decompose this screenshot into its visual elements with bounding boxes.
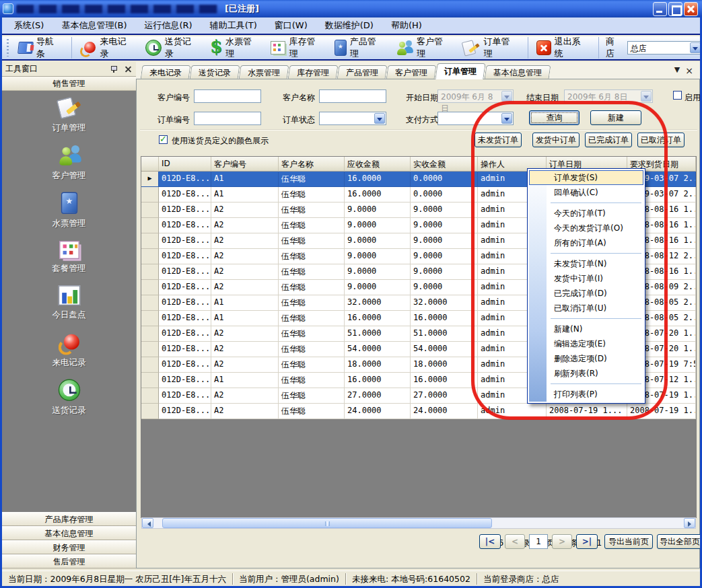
row-selector[interactable] bbox=[141, 342, 159, 357]
maximize-button[interactable] bbox=[668, 2, 682, 16]
tab-close-icon[interactable]: × bbox=[685, 65, 693, 76]
chevron-down-icon[interactable] bbox=[690, 42, 701, 53]
pin-icon[interactable] bbox=[110, 65, 118, 73]
table-row[interactable]: 012D-E8... A2 伍华聪 24.0000 24.0000 admin … bbox=[141, 404, 696, 419]
menubar-item[interactable]: 数据维护(D) bbox=[316, 17, 382, 34]
toolbar-button[interactable]: 送货记录 bbox=[140, 37, 205, 59]
toolbar-button[interactable]: 导航条 bbox=[13, 37, 72, 59]
row-selector[interactable] bbox=[141, 404, 159, 419]
tab[interactable]: 库存管理 bbox=[288, 65, 339, 79]
sidebar-section-bar[interactable]: 基本信息管理 bbox=[2, 526, 136, 540]
color-display-checkbox[interactable] bbox=[159, 135, 168, 144]
tab[interactable]: 产品管理 bbox=[337, 65, 388, 79]
sidebar-item[interactable]: 送货记录 bbox=[52, 385, 86, 416]
row-selector[interactable] bbox=[141, 326, 159, 342]
sidebar-section-bar[interactable]: 售后管理 bbox=[2, 554, 136, 568]
filter-completed-button[interactable]: 已完成订单 bbox=[585, 133, 632, 147]
context-menu-item[interactable]: 已取消订单(U) bbox=[529, 301, 643, 316]
chevron-down-icon[interactable] bbox=[501, 113, 512, 124]
row-selector[interactable] bbox=[141, 388, 159, 404]
tab[interactable]: 送货记录 bbox=[190, 65, 240, 79]
tab[interactable]: 客户管理 bbox=[386, 65, 437, 79]
sidebar-section-bar[interactable]: 财务管理 bbox=[2, 540, 136, 554]
first-page-button[interactable]: |< bbox=[479, 534, 501, 549]
header-customer-no[interactable]: 客户编号 bbox=[211, 157, 279, 172]
pay-method-select[interactable] bbox=[437, 112, 514, 125]
row-selector[interactable] bbox=[141, 233, 159, 249]
context-menu-item[interactable]: 订单发货(S) bbox=[529, 170, 643, 185]
header-received[interactable]: 实收金额 bbox=[411, 157, 478, 172]
sidebar-item[interactable]: 来电记录 bbox=[52, 337, 86, 369]
context-menu-item[interactable]: 删除选定项(D) bbox=[529, 351, 643, 366]
tab[interactable]: 订单管理 bbox=[435, 63, 485, 79]
toolbar-button[interactable]: 客户管理 bbox=[390, 37, 456, 59]
tab[interactable]: 基本信息管理 bbox=[485, 65, 551, 79]
row-selector[interactable] bbox=[141, 373, 159, 388]
row-selector[interactable] bbox=[141, 218, 159, 233]
toolbar-button[interactable]: 水票管理 bbox=[205, 37, 265, 59]
context-menu-item[interactable]: 已完成订单(D) bbox=[529, 286, 643, 301]
chevron-down-icon[interactable] bbox=[641, 91, 652, 102]
row-selector[interactable] bbox=[141, 172, 159, 187]
header-receivable[interactable]: 应收金额 bbox=[345, 157, 411, 172]
sidebar-item[interactable]: 套餐管理 bbox=[52, 246, 86, 274]
next-page-button[interactable]: > bbox=[552, 534, 572, 549]
sidebar-section-sales[interactable]: 销售管理 bbox=[2, 77, 136, 91]
export-current-page-button[interactable]: 导出当前页 bbox=[604, 534, 653, 549]
context-menu-item[interactable]: 打印列表(P) bbox=[529, 387, 643, 402]
chevron-down-icon[interactable] bbox=[374, 113, 385, 124]
minimize-button[interactable] bbox=[653, 2, 667, 16]
shop-select[interactable]: 总店 bbox=[627, 41, 702, 54]
context-menu-item[interactable]: 今天的发货订单(O) bbox=[529, 221, 643, 235]
order-no-input[interactable] bbox=[194, 112, 261, 125]
sidebar-item[interactable]: 水票管理 bbox=[52, 198, 86, 229]
context-menu-item[interactable]: 新建(N) bbox=[529, 322, 643, 336]
toolbar-button[interactable]: 退出系统 bbox=[531, 37, 599, 59]
row-selector[interactable] bbox=[141, 280, 159, 295]
sidebar-item[interactable]: 今日盘点 bbox=[52, 291, 86, 321]
row-selector[interactable] bbox=[141, 311, 159, 326]
menubar-item[interactable]: 窗口(W) bbox=[266, 17, 316, 34]
context-menu-item[interactable]: 未发货订单(N) bbox=[529, 256, 643, 271]
row-selector[interactable] bbox=[141, 264, 159, 280]
context-menu-item[interactable]: 回单确认(C) bbox=[529, 185, 643, 200]
customer-name-input[interactable] bbox=[319, 89, 386, 103]
start-date-picker[interactable]: 2009年 6月 8日 bbox=[437, 89, 514, 103]
last-page-button[interactable]: >| bbox=[576, 534, 598, 549]
row-selector[interactable] bbox=[141, 249, 159, 264]
end-date-picker[interactable]: 2009年 6月 8日 bbox=[564, 89, 653, 103]
context-menu-item[interactable]: 今天的订单(T) bbox=[529, 206, 643, 221]
scroll-right-icon[interactable] bbox=[684, 518, 695, 528]
menubar-item[interactable]: 辅助工具(T) bbox=[201, 17, 266, 34]
tab[interactable]: 来电记录 bbox=[141, 65, 191, 79]
tab[interactable]: 水票管理 bbox=[239, 65, 289, 79]
context-menu-item[interactable]: 所有的订单(A) bbox=[529, 235, 643, 250]
horizontal-scrollbar[interactable] bbox=[141, 517, 696, 529]
order-status-select[interactable] bbox=[319, 112, 386, 125]
scrollbar-thumb[interactable] bbox=[162, 518, 492, 528]
header-id[interactable]: ID bbox=[159, 157, 211, 172]
sidebar-section-bar[interactable]: 产品库存管理 bbox=[2, 512, 136, 526]
sidebar-item[interactable]: 订单管理 bbox=[52, 102, 86, 134]
row-selector[interactable] bbox=[141, 295, 159, 311]
customer-no-input[interactable] bbox=[194, 89, 261, 103]
page-number-input[interactable]: 1 bbox=[529, 534, 548, 549]
header-customer-name[interactable]: 客户名称 bbox=[279, 157, 345, 172]
export-all-pages-button[interactable]: 导出全部页 bbox=[657, 534, 702, 549]
context-menu-item[interactable]: 编辑选定项(E) bbox=[529, 336, 643, 351]
filter-cancelled-button[interactable]: 已取消订单 bbox=[637, 133, 685, 147]
filter-shipping-button[interactable]: 发货中订单 bbox=[532, 133, 580, 147]
context-menu-item[interactable]: 刷新列表(R) bbox=[529, 366, 643, 381]
menubar-item[interactable]: 帮助(H) bbox=[382, 17, 431, 34]
sidebar-close-icon[interactable] bbox=[124, 65, 133, 73]
menubar-item[interactable]: 系统(S) bbox=[5, 17, 52, 34]
query-button[interactable]: 查询 bbox=[529, 110, 580, 125]
menubar-item[interactable]: 运行信息(R) bbox=[135, 17, 201, 34]
row-selector[interactable] bbox=[141, 203, 159, 218]
filter-unshipped-button[interactable]: 未发货订单 bbox=[475, 133, 522, 147]
toolbar-button[interactable]: 产品管理 bbox=[329, 37, 390, 59]
prev-page-button[interactable]: < bbox=[505, 534, 525, 549]
enable-checkbox[interactable] bbox=[673, 91, 682, 100]
sidebar-item[interactable]: 客户管理 bbox=[52, 150, 86, 182]
context-menu-item[interactable]: 发货中订单(I) bbox=[529, 271, 643, 286]
